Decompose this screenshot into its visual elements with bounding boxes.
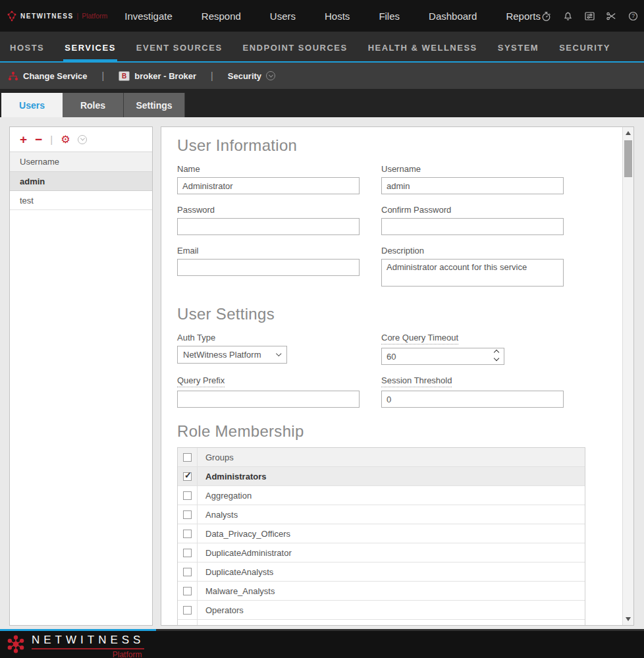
- topnav-item[interactable]: Reports: [506, 11, 541, 22]
- role-checkbox[interactable]: [183, 510, 192, 519]
- tab[interactable]: Users: [1, 93, 63, 117]
- role-checkbox[interactable]: [183, 549, 192, 557]
- vertical-scrollbar[interactable]: [622, 127, 633, 625]
- scroll-up-button[interactable]: [623, 128, 633, 138]
- role-checkbox-cell: [178, 582, 198, 600]
- username-column-header[interactable]: Username: [10, 152, 152, 172]
- svg-text:?: ?: [631, 13, 635, 19]
- user-information-title: User Information: [177, 136, 607, 155]
- user-settings-title: User Settings: [177, 305, 607, 323]
- role-table-header: Groups: [178, 448, 585, 467]
- role-name: DuplicateAdministrator: [198, 543, 292, 562]
- gear-dropdown-icon[interactable]: [78, 135, 87, 144]
- role-checkbox[interactable]: [183, 568, 192, 576]
- bell-icon[interactable]: [562, 11, 574, 22]
- scrollbar-thumb[interactable]: [624, 140, 632, 177]
- role-row[interactable]: Data_Privacy_Officers: [178, 524, 585, 543]
- footer-logo: NETWITNESS Platform: [5, 634, 144, 658]
- role-membership-title: Role Membership: [177, 422, 607, 441]
- admin-tools-icon[interactable]: [606, 11, 617, 22]
- adminnav-item[interactable]: EVENT SOURCES: [136, 43, 223, 61]
- user-list-panel: + − | ⚙ Username admin test: [9, 126, 153, 626]
- add-user-button[interactable]: +: [20, 133, 27, 146]
- role-name: Analysts: [198, 505, 238, 524]
- delete-user-button[interactable]: −: [35, 133, 42, 146]
- user-list-item[interactable]: admin: [10, 172, 152, 191]
- service-tree-icon: [8, 71, 18, 81]
- role-row[interactable]: Operators: [178, 601, 585, 620]
- user-list-item[interactable]: test: [10, 191, 152, 210]
- adminnav-item[interactable]: ENDPOINT SOURCES: [243, 43, 348, 61]
- session-threshold-field-group: Session Threshold: [381, 371, 564, 408]
- adminnav-item[interactable]: SYSTEM: [498, 43, 539, 61]
- name-label: Name: [177, 164, 200, 174]
- footer-brand-name: NETWITNESS: [32, 634, 144, 647]
- username-input[interactable]: [381, 177, 564, 194]
- topnav-item[interactable]: Files: [379, 11, 400, 22]
- role-checkbox[interactable]: [183, 491, 192, 500]
- adminnav-item[interactable]: SECURITY: [559, 43, 610, 61]
- role-checkbox[interactable]: [183, 472, 192, 481]
- stepper-buttons[interactable]: [495, 350, 498, 360]
- change-service-button[interactable]: Change Service: [8, 71, 88, 81]
- content-area: + − | ⚙ Username admin test User Informa…: [0, 117, 644, 629]
- service-bar: Change Service | B broker - Broker | Sec…: [0, 63, 644, 89]
- jobs-icon[interactable]: [584, 11, 595, 22]
- adminnav-item[interactable]: HOSTS: [10, 43, 44, 61]
- auth-type-select[interactable]: NetWitness Platform: [177, 346, 287, 364]
- adminnav-item[interactable]: HEALTH & WELLNESS: [368, 43, 477, 61]
- auth-type-field-group: Auth Type NetWitness Platform: [177, 329, 360, 365]
- role-checkbox[interactable]: [183, 587, 192, 595]
- session-threshold-input[interactable]: [381, 391, 564, 408]
- adminnav-item[interactable]: SERVICES: [65, 43, 116, 61]
- email-input[interactable]: [177, 259, 360, 276]
- broker-service-icon: B: [119, 71, 130, 81]
- username-field-group: Username: [381, 160, 564, 194]
- name-input[interactable]: [177, 177, 360, 194]
- scroll-down-button[interactable]: [623, 614, 633, 624]
- topnav-item[interactable]: Investigate: [124, 11, 173, 22]
- role-checkbox[interactable]: [183, 530, 192, 538]
- top-navigation: NETWITNESS | Platform Investigate Respon…: [0, 0, 644, 32]
- timer-icon[interactable]: [541, 11, 552, 22]
- role-checkbox-cell: [178, 601, 198, 619]
- settings-gear-button[interactable]: ⚙: [61, 133, 70, 146]
- footer-brand-text: NETWITNESS Platform: [32, 634, 144, 658]
- role-row[interactable]: Aggregation: [178, 486, 585, 505]
- tab[interactable]: Settings: [124, 93, 185, 117]
- tab[interactable]: Roles: [63, 93, 124, 117]
- query-prefix-input[interactable]: [177, 391, 360, 408]
- role-row[interactable]: SOC_Managers: [178, 620, 585, 626]
- role-checkbox-cell: [178, 562, 198, 581]
- brand-separator: |: [77, 13, 79, 20]
- role-row[interactable]: DuplicateAnalysts: [178, 562, 585, 582]
- role-checkbox[interactable]: [183, 625, 192, 626]
- description-input[interactable]: Administrator account for this service: [381, 259, 564, 287]
- select-all-cell: [178, 448, 198, 466]
- password-input[interactable]: [177, 218, 360, 235]
- help-icon[interactable]: ?: [628, 11, 639, 22]
- role-name: SOC_Managers: [198, 620, 267, 626]
- security-menu[interactable]: Security: [228, 71, 275, 81]
- confirm-password-input[interactable]: [381, 218, 564, 235]
- role-name: Administrators: [198, 467, 266, 485]
- stepper-down-icon[interactable]: [494, 356, 499, 361]
- role-checkbox-cell: [178, 505, 198, 524]
- role-name: Malware_Analysts: [198, 582, 275, 600]
- core-query-timeout-input[interactable]: [381, 348, 504, 365]
- topnav-item[interactable]: Dashboard: [429, 11, 477, 22]
- role-row[interactable]: Analysts: [178, 505, 585, 524]
- topnav-item[interactable]: Users: [270, 11, 296, 22]
- role-row[interactable]: Malware_Analysts: [178, 582, 585, 601]
- role-checkbox-cell: [178, 486, 198, 505]
- role-row[interactable]: Administrators: [178, 467, 585, 486]
- select-all-checkbox[interactable]: [183, 453, 192, 462]
- stepper-up-icon[interactable]: [494, 350, 499, 355]
- brand-name: NETWITNESS: [20, 13, 74, 20]
- topnav-item[interactable]: Hosts: [325, 11, 350, 22]
- service-selector[interactable]: B broker - Broker: [119, 71, 196, 81]
- topnav-item[interactable]: Respond: [201, 11, 241, 22]
- role-checkbox[interactable]: [183, 606, 192, 615]
- netwitness-mark-icon: [7, 10, 17, 22]
- role-row[interactable]: DuplicateAdministrator: [178, 543, 585, 562]
